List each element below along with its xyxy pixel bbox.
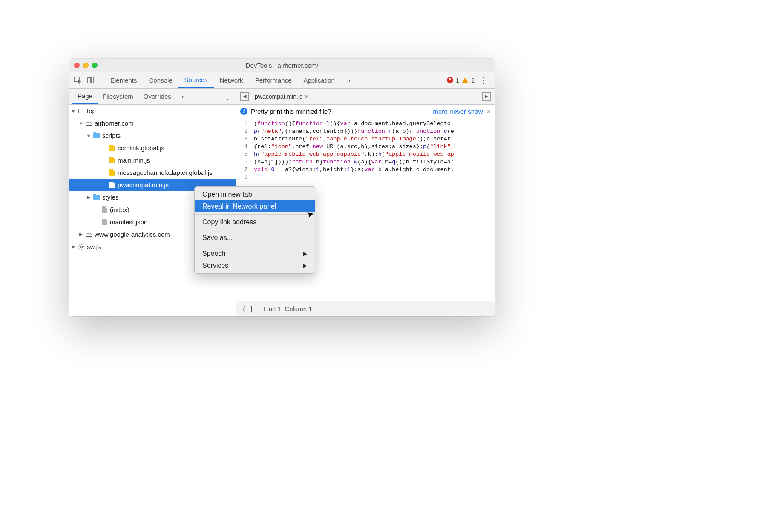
- main-toolbar: ElementsConsoleSourcesNetworkPerformance…: [69, 72, 495, 89]
- file-icon: [101, 218, 108, 226]
- close-file-icon[interactable]: ×: [305, 93, 308, 100]
- tree-item[interactable]: main.min.js: [69, 154, 236, 166]
- context-menu-item-label: Copy link address: [202, 218, 256, 226]
- kebab-menu-icon[interactable]: ⋮: [479, 76, 488, 85]
- cursor-position: Line 1, Column 1: [264, 305, 312, 312]
- tree-item[interactable]: ▼airhorner.com: [69, 117, 236, 129]
- tab-application[interactable]: Application: [298, 72, 341, 88]
- tree-item-label: airhorner.com: [95, 120, 134, 127]
- chevron-down-icon[interactable]: ▼: [71, 109, 76, 114]
- open-file-name: pwacompat.min.js: [255, 93, 302, 100]
- tree-item[interactable]: ▼top: [69, 105, 236, 117]
- zoom-window-button[interactable]: [92, 63, 98, 68]
- toolbar-separator: [101, 76, 101, 85]
- context-menu-item-label: Save as...: [202, 234, 233, 242]
- tab-elements[interactable]: Elements: [104, 72, 143, 88]
- error-icon[interactable]: [447, 77, 453, 83]
- folder-icon: [93, 132, 101, 140]
- pretty-print-infobar: i Pretty-print this minified file? more …: [236, 105, 495, 118]
- infobar-text: Pretty-print this minified file?: [251, 108, 331, 115]
- context-menu-item-label: Reveal in Network panel: [202, 203, 276, 210]
- more-navigator-tabs[interactable]: »: [176, 89, 190, 104]
- navigator-tabs: PageFilesystemOverrides » ⋮: [69, 89, 236, 104]
- editor-tabbar: ◀ pwacompat.min.js × ▶: [236, 89, 495, 104]
- pretty-print-button[interactable]: { }: [242, 305, 253, 313]
- folder-icon: [93, 194, 101, 201]
- chevron-right-icon[interactable]: ▶: [71, 244, 76, 249]
- warning-count: 2: [471, 77, 475, 84]
- chevron-down-icon[interactable]: ▼: [86, 133, 91, 138]
- gear-icon: [78, 243, 85, 251]
- tab-performance[interactable]: Performance: [249, 72, 298, 88]
- tree-item-label: (index): [110, 206, 129, 213]
- tree-item[interactable]: messagechanneladapter.global.js: [69, 166, 236, 179]
- context-menu-separator: [195, 230, 315, 230]
- context-menu-item[interactable]: Services▶: [195, 260, 315, 272]
- tree-item[interactable]: comlink.global.js: [69, 142, 236, 154]
- navigator-menu-icon[interactable]: ⋮: [219, 92, 236, 101]
- subtab-overrides[interactable]: Overrides: [138, 89, 176, 104]
- tree-item-label: top: [87, 107, 96, 114]
- infobar-never-link[interactable]: never show: [450, 108, 483, 115]
- file-icon: [101, 206, 108, 214]
- js-icon: [108, 144, 116, 152]
- submenu-arrow-icon: ▶: [303, 263, 307, 269]
- context-menu-item[interactable]: Speech▶: [195, 248, 315, 260]
- sub-toolbar: PageFilesystemOverrides » ⋮ ◀ pwacompat.…: [69, 89, 495, 105]
- editor-statusbar: { } Line 1, Column 1: [236, 301, 495, 316]
- infobar-more-link[interactable]: more: [433, 108, 447, 115]
- tree-item-label: messagechanneladapter.global.js: [118, 169, 213, 176]
- cloud-icon: [85, 120, 93, 127]
- infobar-close-icon[interactable]: ×: [485, 108, 491, 115]
- js-icon: [108, 181, 116, 189]
- tree-item-label: sw.js: [87, 243, 101, 250]
- context-menu-separator: [195, 214, 315, 215]
- tree-item-label: comlink.global.js: [118, 144, 164, 152]
- minimize-window-button[interactable]: [83, 63, 89, 68]
- js-icon: [108, 157, 116, 164]
- frame-icon: [78, 107, 85, 115]
- cloud-icon: [85, 231, 93, 238]
- more-tabs-button[interactable]: »: [341, 72, 356, 88]
- context-menu-item-label: Speech: [202, 250, 225, 257]
- context-menu-separator: [195, 246, 315, 246]
- context-menu-item-label: Open in new tab: [202, 191, 252, 198]
- tree-item[interactable]: ▼scripts: [69, 129, 236, 142]
- tree-item-label: www.google-analytics.com: [95, 231, 170, 238]
- context-menu-item[interactable]: Save as...: [195, 232, 315, 244]
- context-menu-item-label: Services: [202, 262, 228, 269]
- tree-item-label: styles: [102, 194, 118, 201]
- context-menu-item[interactable]: Open in new tab: [195, 189, 315, 200]
- chevron-right-icon[interactable]: ▶: [78, 232, 83, 237]
- window-title: DevTools - airhorner.com/: [69, 62, 495, 69]
- navigate-forward-icon[interactable]: ▶: [482, 92, 491, 101]
- chevron-right-icon[interactable]: ▶: [86, 194, 91, 200]
- subtab-filesystem[interactable]: Filesystem: [98, 89, 138, 104]
- subtab-page[interactable]: Page: [72, 89, 98, 104]
- js-icon: [108, 169, 116, 177]
- navigate-back-icon[interactable]: ◀: [240, 92, 249, 101]
- context-menu-item[interactable]: Copy link address: [195, 216, 315, 228]
- tree-item-label: main.min.js: [118, 157, 150, 164]
- tab-network[interactable]: Network: [214, 72, 249, 88]
- tree-item-label: manifest.json: [110, 218, 147, 226]
- tab-console[interactable]: Console: [143, 72, 178, 88]
- main-tabs: ElementsConsoleSourcesNetworkPerformance…: [104, 72, 341, 88]
- context-menu[interactable]: Open in new tabReveal in Network panelCo…: [194, 186, 315, 274]
- submenu-arrow-icon: ▶: [303, 251, 307, 257]
- tab-sources[interactable]: Sources: [178, 72, 214, 88]
- warning-icon[interactable]: [462, 77, 469, 83]
- traffic-lights: [74, 63, 98, 68]
- svg-point-3: [81, 246, 83, 248]
- info-icon: i: [240, 108, 247, 115]
- close-window-button[interactable]: [74, 63, 80, 68]
- titlebar: DevTools - airhorner.com/: [69, 59, 495, 72]
- context-menu-item[interactable]: Reveal in Network panel: [195, 200, 315, 212]
- inspect-element-icon[interactable]: [73, 76, 83, 85]
- chevron-down-icon[interactable]: ▼: [78, 121, 83, 126]
- tree-item-label: scripts: [102, 132, 121, 139]
- error-count: 1: [456, 77, 459, 84]
- open-file-tab[interactable]: pwacompat.min.js ×: [253, 92, 310, 102]
- device-toolbar-icon[interactable]: [86, 76, 95, 85]
- tree-item-label: pwacompat.min.js: [118, 181, 169, 189]
